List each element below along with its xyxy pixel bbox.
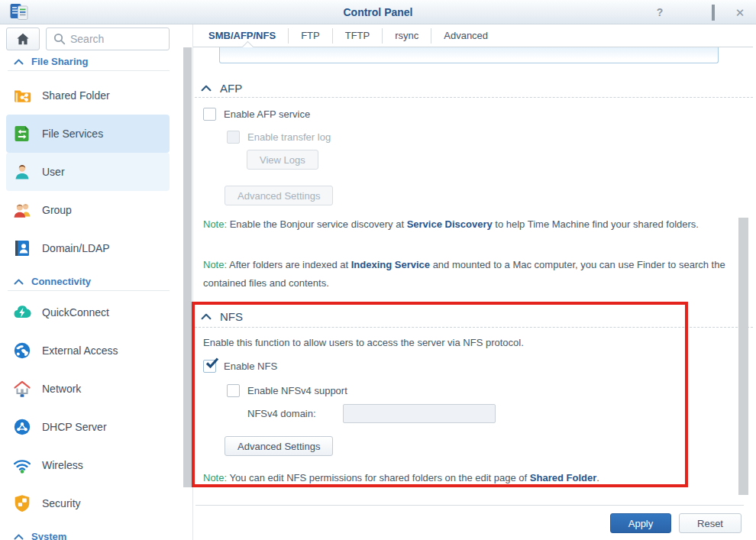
note-label: Note: bbox=[203, 259, 227, 270]
shared-folder-icon bbox=[12, 86, 32, 105]
titlebar: Control Panel ? ✕ bbox=[0, 0, 756, 24]
home-icon bbox=[15, 32, 31, 46]
apply-button[interactable]: Apply bbox=[610, 513, 671, 533]
sidebar-item-dhcp-server[interactable]: DHCP Server bbox=[6, 408, 170, 446]
shared-folder-link[interactable]: Shared Folder bbox=[530, 472, 596, 483]
sidebar-item-label: Group bbox=[42, 204, 72, 216]
chevron-up-icon bbox=[14, 531, 24, 540]
content-panel: SMB/AFP/NFS FTP TFTP rsync Advanced AFP … bbox=[192, 24, 756, 540]
sidebar-item-label: Security bbox=[42, 497, 81, 509]
checkbox-label: Enable transfer log bbox=[247, 131, 331, 143]
afp-section-title: AFP bbox=[220, 82, 242, 95]
footer-divider bbox=[195, 505, 744, 506]
sidebar-item-label: User bbox=[42, 166, 65, 178]
sidebar-item-label: Domain/LDAP bbox=[42, 242, 110, 254]
window-controls: ? ✕ bbox=[654, 0, 745, 24]
sidebar-section-file-sharing[interactable]: File Sharing bbox=[14, 53, 174, 69]
check-icon bbox=[205, 357, 219, 370]
sidebar-scrollbar-thumb[interactable] bbox=[183, 47, 192, 487]
tab-ftp[interactable]: FTP bbox=[289, 28, 333, 44]
note-label: Note: bbox=[203, 472, 227, 483]
tab-bar: SMB/AFP/NFS FTP TFTP rsync Advanced bbox=[196, 24, 500, 47]
enable-transfer-log-checkbox: Enable transfer log bbox=[227, 130, 331, 144]
sidebar-item-shared-folder[interactable]: Shared Folder bbox=[6, 76, 170, 115]
enable-nfsv4-checkbox[interactable]: Enable NFSv4 support bbox=[227, 383, 347, 397]
network-icon bbox=[12, 379, 32, 399]
checkbox bbox=[203, 108, 216, 121]
view-logs-button: View Logs bbox=[247, 150, 318, 170]
sidebar-item-file-services[interactable]: File Services bbox=[6, 115, 170, 153]
service-discovery-link[interactable]: Service Discovery bbox=[407, 218, 493, 230]
nfsv4-domain-label: NFSv4 domain: bbox=[247, 408, 343, 419]
nfs-description: Enable this function to allow users to a… bbox=[203, 337, 524, 348]
search-box[interactable] bbox=[46, 27, 170, 50]
window-title: Control Panel bbox=[0, 0, 756, 24]
sidebar-item-security[interactable]: Security bbox=[6, 484, 170, 522]
sidebar-item-label: Shared Folder bbox=[42, 89, 110, 102]
sidebar-item-external-access[interactable]: External Access bbox=[6, 331, 170, 370]
wireless-icon bbox=[12, 455, 32, 475]
afp-advanced-settings-button: Advanced Settings bbox=[225, 186, 333, 205]
close-icon[interactable]: ✕ bbox=[735, 7, 745, 18]
maximize-icon[interactable] bbox=[712, 5, 715, 21]
chevron-up-icon bbox=[14, 276, 24, 287]
sidebar-item-label: External Access bbox=[42, 344, 118, 357]
file-services-icon bbox=[12, 124, 32, 144]
nfsv4-domain-row: NFSv4 domain: bbox=[247, 404, 496, 423]
nfs-note: Note: You can edit NFS permissions for s… bbox=[203, 469, 677, 487]
search-icon bbox=[53, 33, 66, 45]
sidebar-item-quickconnect[interactable]: QuickConnect bbox=[6, 293, 170, 331]
reset-button[interactable]: Reset bbox=[679, 513, 741, 533]
search-input[interactable] bbox=[70, 33, 154, 45]
nfs-section-header[interactable]: NFS bbox=[201, 309, 243, 324]
content-scrollbar-thumb[interactable] bbox=[738, 218, 748, 495]
section-label: System bbox=[31, 531, 66, 540]
sidebar-item-domain-ldap[interactable]: Domain/LDAP bbox=[6, 229, 170, 267]
sidebar-item-network[interactable]: Network bbox=[6, 370, 170, 408]
divider bbox=[195, 327, 753, 328]
note-label: Note: bbox=[203, 218, 227, 230]
tab-smb-afp-nfs[interactable]: SMB/AFP/NFS bbox=[196, 28, 289, 44]
external-access-icon bbox=[12, 341, 32, 361]
divider bbox=[8, 290, 170, 291]
tab-rsync[interactable]: rsync bbox=[383, 28, 431, 44]
group-icon bbox=[12, 200, 32, 220]
nfs-advanced-settings-button[interactable]: Advanced Settings bbox=[225, 436, 333, 456]
nfsv4-domain-input bbox=[343, 404, 496, 423]
user-icon bbox=[12, 162, 32, 182]
nfs-section-title: NFS bbox=[220, 310, 243, 323]
help-icon[interactable]: ? bbox=[654, 7, 665, 18]
checkbox bbox=[227, 384, 240, 397]
enable-nfs-checkbox[interactable]: Enable NFS bbox=[203, 359, 277, 373]
sidebar: File Sharing Shared Folder bbox=[0, 24, 192, 540]
checkbox bbox=[203, 360, 216, 373]
indexing-service-link[interactable]: Indexing Service bbox=[351, 259, 430, 270]
sidebar-item-label: DHCP Server bbox=[42, 421, 107, 433]
sidebar-section-connectivity[interactable]: Connectivity bbox=[14, 273, 174, 289]
smb-section-bottom-edge bbox=[219, 47, 719, 63]
security-icon bbox=[12, 493, 32, 513]
afp-section-header[interactable]: AFP bbox=[201, 80, 242, 95]
sidebar-item-label: Network bbox=[42, 383, 81, 395]
tab-tftp[interactable]: TFTP bbox=[333, 28, 383, 44]
chevron-up-icon bbox=[14, 56, 24, 67]
control-panel-window: Control Panel ? ✕ File Sharing bbox=[0, 0, 756, 540]
checkbox bbox=[227, 131, 240, 144]
enable-afp-service-checkbox[interactable]: Enable AFP service bbox=[203, 107, 310, 121]
sidebar-section-system[interactable]: System bbox=[14, 529, 174, 540]
tab-advanced[interactable]: Advanced bbox=[431, 28, 500, 44]
sidebar-item-label: QuickConnect bbox=[42, 306, 109, 319]
section-label: File Sharing bbox=[31, 56, 88, 67]
home-button[interactable] bbox=[6, 27, 40, 50]
checkbox-label: Enable AFP service bbox=[224, 108, 310, 120]
sidebar-item-group[interactable]: Group bbox=[6, 191, 170, 229]
sidebar-item-user[interactable]: User bbox=[6, 153, 170, 191]
chevron-up-icon bbox=[201, 313, 212, 320]
afp-note-indexing: Note: After folders are indexed at Index… bbox=[203, 256, 748, 293]
sidebar-item-wireless[interactable]: Wireless bbox=[6, 446, 170, 484]
divider bbox=[8, 70, 170, 71]
checkbox-label: Enable NFSv4 support bbox=[247, 385, 347, 396]
dhcp-server-icon bbox=[12, 417, 32, 437]
chevron-up-icon bbox=[201, 85, 212, 92]
sidebar-item-label: Wireless bbox=[42, 459, 83, 471]
